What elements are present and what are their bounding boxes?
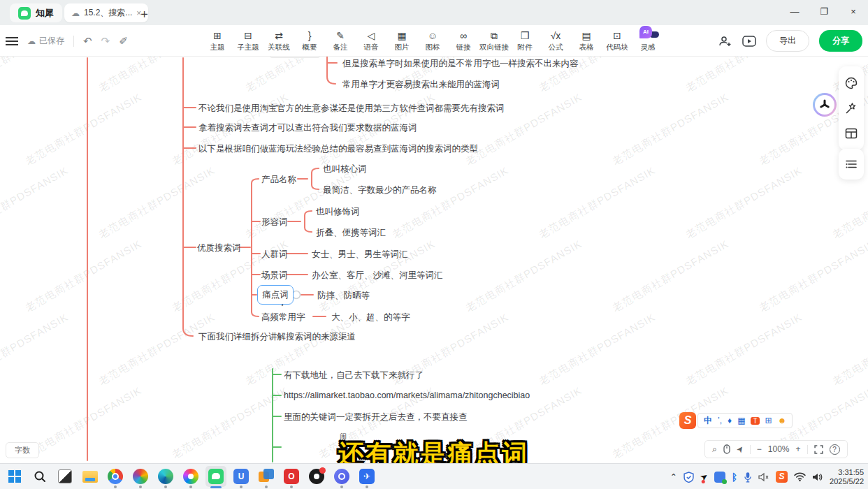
tool-relation-line[interactable]: ⇄关联线 (266, 30, 292, 52)
node-fold-portable[interactable]: 折叠、便携等词汇 (316, 227, 386, 239)
new-tab-button[interactable]: ＋ (138, 6, 150, 22)
chrome-app[interactable] (105, 466, 126, 487)
taskbar-clock[interactable]: 3:31:55 2025/5/22 (830, 468, 864, 486)
outline-list-icon[interactable] (839, 152, 864, 177)
tool-summary[interactable]: }概要 (296, 30, 323, 52)
tool-bidirectional-link[interactable]: ⧉双向链接 (481, 30, 507, 52)
node-single-char-warning[interactable]: 但是搜索单字时如果使用的是不常用字也一样搜索不出来内容 (342, 58, 579, 70)
node-adjective[interactable]: 形容词 (261, 217, 288, 228)
menu-icon[interactable] (6, 37, 18, 45)
tool-subtopic[interactable]: ⊟子主题 (235, 30, 261, 52)
bluetooth-tray-icon[interactable]: ᛒ (732, 472, 737, 483)
tray-chevron-icon[interactable]: ⌃ (670, 472, 677, 482)
beautify-wand-icon[interactable] (839, 96, 864, 121)
node-scene-examples[interactable]: 办公室、客厅、沙滩、河里等词汇 (312, 270, 443, 282)
tool-table[interactable]: ▤表格 (573, 30, 600, 52)
minimize-button[interactable]: — (780, 0, 809, 25)
emoji-input-icon[interactable]: ☻ (778, 416, 787, 425)
telegram-tray-icon[interactable]: ➤ (697, 470, 710, 483)
volume-tray-icon[interactable] (812, 472, 823, 482)
node-url[interactable]: https://alimarket.taobao.com/markets/ali… (284, 391, 530, 400)
skin-icon[interactable]: T (751, 417, 759, 425)
chinese-mode-icon[interactable]: 中 (704, 415, 712, 427)
restore-button[interactable]: ❐ (809, 0, 839, 25)
node-concise-name[interactable]: 最简洁、字数最少的产品名称 (323, 184, 437, 196)
mindmap-canvas[interactable]: 老范电商社群PDSFANSIK老范电商社群PDSFANSIK老范电商社群PDSF… (0, 57, 868, 463)
node-modifier-word[interactable]: 也叫修饰词 (316, 206, 360, 218)
format-painter-icon[interactable]: ✐ (119, 35, 128, 48)
node-need-search-word[interactable]: 不论我们是使用淘宝官方的生意参谋还是使用第三方软件查词都需要先有搜索词 (198, 103, 505, 115)
utools-app[interactable]: U (231, 466, 252, 487)
red-o-app[interactable]: O (281, 466, 302, 487)
node-query-with-word[interactable]: 拿着搜索词去查词才可以查出符合我们要求数据的蓝海词 (198, 122, 417, 134)
node-crowd-examples[interactable]: 女士、男士、男生等词汇 (312, 249, 408, 261)
node-pain-point-word-selected[interactable]: 痛点词 (257, 285, 294, 305)
wifi-tray-icon[interactable] (794, 472, 806, 481)
node-experience-types[interactable]: 以下是根据咱们做蓝海玩法经验总结的最容易查到蓝海词的搜索词的类型 (198, 143, 478, 155)
browser-360-app[interactable] (130, 466, 151, 487)
clipped-node[interactable] (270, 57, 320, 58)
microphone-tray-icon[interactable] (744, 472, 752, 483)
zhixi-app-active[interactable] (205, 466, 226, 487)
share-button[interactable]: 分享 (819, 30, 862, 52)
soft-keyboard-icon[interactable]: ▦ (737, 416, 745, 425)
node-quality-search-word[interactable]: 优质搜索词 (197, 242, 241, 254)
node-high-freq-char[interactable]: 高频常用字 (261, 312, 305, 323)
voice-input-icon[interactable]: ♦ (728, 416, 732, 425)
table-icon: ▤ (581, 30, 591, 41)
start-button[interactable] (4, 466, 25, 487)
purple-circle-app[interactable] (331, 466, 352, 487)
punctuation-icon[interactable]: ’, (718, 416, 722, 425)
node-pain-point-examples[interactable]: 防摔、防晒等 (317, 290, 370, 302)
attachment-icon: ❒ (521, 30, 530, 41)
tool-topic[interactable]: ⊞主题 (204, 30, 231, 52)
tool-attachment[interactable]: ❒附件 (512, 30, 538, 52)
document-tab[interactable]: ☁ 15.2、搜索... × (64, 3, 148, 22)
node-download-address[interactable]: 有下载地址，自己去下载下来就行了 (284, 370, 424, 381)
close-button[interactable]: × (839, 0, 868, 25)
node-core-word[interactable]: 也叫核心词 (323, 163, 367, 175)
sticker-icon: ☺ (428, 30, 437, 41)
windows-taskbar: U O ✈ ⌃ ➤ ᛒ S 3:31:55 2025/5/22 (0, 463, 868, 489)
tool-inspiration[interactable]: AI 灵感 (635, 30, 661, 52)
overlap-squares-app[interactable] (256, 466, 277, 487)
export-button[interactable]: 导出 (766, 30, 809, 52)
app-home-tab[interactable]: 知犀 (10, 3, 62, 22)
sogou-logo-icon[interactable]: S (679, 412, 696, 429)
obs-app[interactable] (306, 466, 327, 487)
tool-code-block[interactable]: ⊡代码块 (604, 30, 630, 52)
tool-image[interactable]: ▦图片 (389, 30, 415, 52)
remote-tool-tray-icon[interactable] (714, 472, 725, 483)
tool-icon-sticker[interactable]: ☺图标 (419, 30, 446, 52)
node-source-channels[interactable]: 下面我们详细拆分讲解搜索词的来源渠道 (198, 331, 356, 343)
undo-button[interactable]: ↶ (83, 35, 92, 48)
colorful-media-app[interactable] (180, 466, 201, 487)
tool-link[interactable]: ∞链接 (450, 30, 477, 52)
theme-palette-icon[interactable] (839, 71, 864, 96)
snipping-tool-app[interactable] (55, 466, 75, 487)
node-crowd-word[interactable]: 人群词 (261, 249, 288, 261)
file-explorer-app[interactable] (80, 466, 101, 487)
assistant-logo-button[interactable] (813, 93, 837, 117)
edge-app[interactable] (155, 466, 176, 487)
tool-voice[interactable]: ◁语音 (358, 30, 384, 52)
node-product-name[interactable]: 产品名称 (261, 174, 296, 186)
redo-button[interactable]: ↷ (101, 35, 110, 48)
sogou-tray-icon[interactable]: S (776, 471, 788, 483)
blue-flag-app[interactable]: ✈ (356, 466, 377, 487)
taskbar-search-button[interactable] (29, 466, 50, 487)
node-scene-word[interactable]: 场景词 (261, 270, 288, 282)
video-tutorial-icon[interactable] (742, 36, 756, 47)
node-high-freq-examples[interactable]: 大、小、超、的等字 (331, 312, 410, 323)
node-common-char[interactable]: 常用单字才更容易搜索出来能用的蓝海词 (342, 79, 500, 91)
node-split-keywords[interactable]: 里面的关键词一定要拆开之后去查，不要直接查 (284, 411, 468, 423)
security-shield-tray-icon[interactable] (683, 472, 694, 483)
document-tab-title: 15.2、搜索... (84, 7, 132, 19)
tool-note[interactable]: ✎备注 (327, 30, 354, 52)
toolbox-icon[interactable]: ⊞ (765, 416, 772, 425)
structure-layout-icon[interactable] (839, 121, 864, 146)
link-icon: ∞ (460, 30, 467, 41)
tool-formula[interactable]: √x公式 (542, 30, 569, 52)
collaborators-icon[interactable] (718, 36, 732, 47)
audio-device-tray-icon[interactable] (758, 472, 769, 482)
